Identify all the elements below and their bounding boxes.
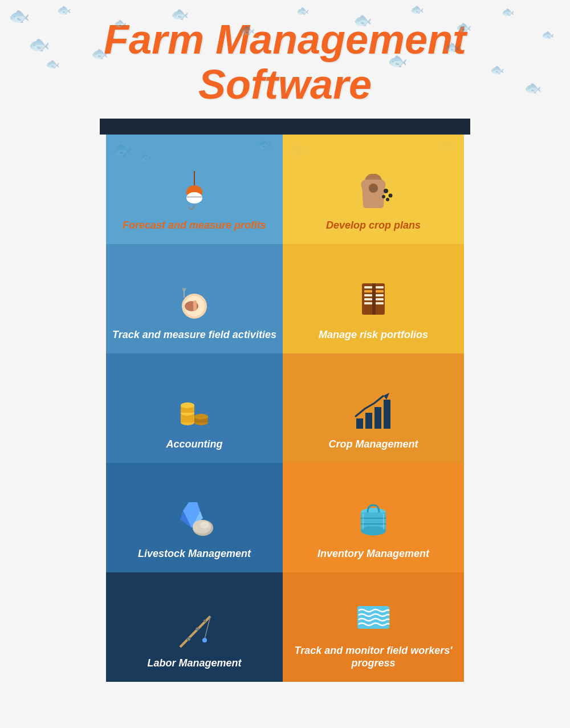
inventory-cell[interactable]: Inventory Management — [283, 463, 464, 572]
svg-point-36 — [194, 414, 208, 420]
svg-point-5 — [389, 193, 393, 197]
crop-management-cell[interactable]: Crop Management — [283, 353, 464, 463]
barrel-icon — [351, 497, 396, 542]
livestock-label: Livestock Management — [132, 548, 256, 560]
svg-point-60 — [203, 620, 206, 622]
bar-chart-up-icon — [351, 387, 396, 433]
waves-icon — [351, 593, 396, 639]
svg-rect-40 — [384, 400, 390, 429]
svg-marker-41 — [384, 393, 389, 400]
seed-bag-icon — [351, 168, 396, 214]
svg-rect-3 — [186, 196, 202, 198]
header-section: 🐟 🐟 🐟 🐟 🐟 🐟 🐟 🐟 🐟 🐟 🐟 🐟 🐟 🐟 🐟 🐟 🐟 🐟 Farm… — [0, 0, 570, 119]
crop-management-label: Crop Management — [323, 438, 424, 451]
crop-plans-label: Develop crop plans — [320, 219, 426, 232]
field-workers-cell[interactable]: Track and monitor field workers' progres… — [283, 572, 464, 682]
forecast-label: Forecast and measure profits — [117, 219, 272, 232]
fishing-rod-icon — [172, 606, 217, 652]
svg-rect-23 — [364, 302, 372, 304]
svg-point-58 — [187, 637, 190, 641]
risk-portfolios-label: Manage risk portfolios — [313, 329, 434, 341]
labor-cell[interactable]: Labor Management — [106, 572, 283, 682]
svg-rect-22 — [364, 298, 372, 300]
risk-portfolios-cell[interactable]: Manage risk portfolios — [283, 244, 464, 353]
svg-point-4 — [384, 189, 388, 193]
svg-rect-24 — [376, 286, 384, 288]
field-activities-cell[interactable]: Track and measure field activities — [106, 244, 283, 353]
svg-point-8 — [369, 184, 378, 193]
feature-grid: 🐟 🐟 🐟 Forecast and measure profits 🐟 🐟 — [106, 135, 464, 682]
inventory-label: Inventory Management — [312, 548, 435, 560]
svg-point-50 — [361, 526, 386, 535]
food-plate-icon — [172, 278, 217, 323]
svg-point-6 — [386, 198, 389, 201]
svg-rect-39 — [374, 407, 381, 429]
svg-rect-21 — [364, 294, 372, 296]
svg-point-7 — [382, 195, 385, 198]
fishing-bobber-icon — [172, 168, 217, 214]
page-title: Farm Management Software — [11, 17, 559, 107]
livestock-cell[interactable]: Livestock Management — [106, 463, 283, 572]
svg-rect-28 — [376, 302, 384, 304]
svg-rect-37 — [356, 418, 363, 429]
svg-rect-18 — [372, 283, 376, 315]
coins-icon — [172, 387, 217, 433]
svg-rect-20 — [364, 290, 372, 292]
forecast-cell[interactable]: 🐟 🐟 🐟 Forecast and measure profits — [106, 135, 283, 244]
svg-rect-12 — [193, 300, 197, 311]
svg-rect-26 — [376, 294, 384, 296]
svg-point-33 — [181, 402, 194, 408]
svg-rect-25 — [376, 290, 384, 292]
svg-point-59 — [196, 627, 199, 630]
field-workers-label: Track and monitor field workers' progres… — [283, 645, 464, 669]
svg-rect-38 — [365, 413, 372, 429]
svg-point-57 — [202, 638, 207, 642]
livestock-icon — [172, 497, 217, 542]
svg-rect-27 — [376, 298, 384, 300]
crop-plans-cell[interactable]: 🐟 🐟 Develop crop plans — [283, 135, 464, 244]
accounting-cell[interactable]: Accounting — [106, 353, 283, 463]
field-activities-label: Track and measure field activities — [107, 329, 282, 341]
binder-icon — [351, 278, 396, 323]
labor-label: Labor Management — [141, 657, 247, 670]
svg-point-47 — [200, 522, 209, 528]
svg-rect-19 — [364, 286, 372, 288]
accounting-label: Accounting — [161, 438, 229, 451]
dark-banner — [100, 119, 470, 135]
